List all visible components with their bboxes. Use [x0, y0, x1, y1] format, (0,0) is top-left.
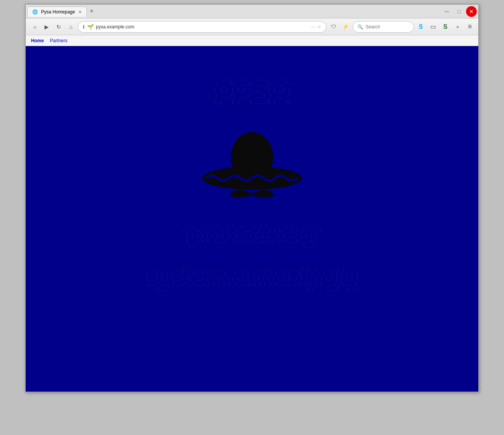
window-controls: ─ □ ✕: [441, 6, 477, 17]
menu-icon: ≡: [468, 23, 472, 31]
search-input[interactable]: [366, 24, 423, 30]
bookmarks-bar: Home Partners: [26, 35, 478, 46]
url-bar[interactable]: ℹ 🌱 ··· ☆: [78, 21, 326, 33]
forward-button[interactable]: ▶: [41, 22, 52, 32]
url-input[interactable]: [96, 24, 309, 30]
overflow-icon: »: [456, 24, 459, 30]
url-favicon: 🌱: [87, 24, 94, 30]
back-button[interactable]: ◀: [29, 22, 40, 32]
minimize-button[interactable]: ─: [441, 6, 452, 17]
reload-button[interactable]: ↻: [53, 22, 64, 32]
sidebar-toggle-button[interactable]: ▭: [428, 22, 438, 32]
ascii-protectyour: _ __ _ __ ___ | |_ ___ ___| |_ _ ___ _ _…: [182, 218, 321, 254]
reload-icon: ↻: [56, 24, 61, 30]
bookmark-home[interactable]: Home: [29, 37, 46, 44]
simplenote-button[interactable]: S: [440, 22, 451, 32]
shield-icon: 🛡: [331, 24, 336, 30]
skype-icon: S: [419, 23, 423, 30]
page-content: ____ ____ ____ ____ | _ \| _ \/ ___|| __…: [26, 46, 478, 392]
sombrero-container: [198, 119, 306, 203]
skype-button[interactable]: S: [415, 22, 426, 32]
tab-close-button[interactable]: ✕: [78, 10, 82, 15]
home-icon: ⌂: [69, 24, 72, 30]
nav-icons: 🛡 ⚡: [328, 22, 351, 32]
sombrero-svg: [198, 119, 306, 203]
url-more-icon[interactable]: ···: [311, 24, 315, 30]
shield-icon-button[interactable]: 🛡: [328, 22, 339, 32]
maximize-button[interactable]: □: [454, 6, 464, 17]
bookmark-partners[interactable]: Partners: [48, 37, 69, 44]
simplenote-icon: S: [443, 23, 448, 30]
home-button[interactable]: ⌂: [66, 22, 76, 32]
pysa-ascii-logo: ____ ____ ____ ____ | _ \| _ \/ ___|| __…: [213, 69, 291, 111]
bookmark-star-icon[interactable]: ☆: [317, 24, 321, 30]
nav-bar: ◀ ▶ ↻ ⌂ ℹ 🌱 ··· ☆ 🛡 ⚡: [26, 18, 478, 35]
back-icon: ◀: [32, 24, 36, 30]
url-info-icon: ℹ: [83, 24, 85, 30]
search-box[interactable]: 🔍: [352, 21, 414, 33]
ascii-system-amazingly: ___ _ _ ___| |_ ___ _ __ ___ __ _ _ __ _…: [144, 261, 359, 297]
tab-title: Pysa Homepage: [41, 9, 75, 15]
bolt-icon-button[interactable]: ⚡: [340, 22, 351, 32]
active-tab[interactable]: 🌐 Pysa Homepage ✕: [27, 7, 87, 17]
tab-bar: 🌐 Pysa Homepage ✕ + ─ □ ✕: [26, 5, 478, 18]
forward-icon: ▶: [44, 24, 49, 30]
search-icon: 🔍: [357, 24, 363, 30]
overflow-button[interactable]: »: [452, 22, 463, 32]
browser-window: 🌐 Pysa Homepage ✕ + ─ □ ✕ ◀ ▶ ↻ ⌂ ℹ 🌱: [25, 4, 479, 392]
menu-button[interactable]: ≡: [464, 22, 475, 32]
sidebar-icon: ▭: [430, 23, 436, 30]
bolt-icon: ⚡: [343, 24, 349, 30]
tab-favicon: 🌐: [32, 9, 38, 15]
new-tab-button[interactable]: +: [87, 7, 96, 15]
close-button[interactable]: ✕: [466, 6, 477, 17]
